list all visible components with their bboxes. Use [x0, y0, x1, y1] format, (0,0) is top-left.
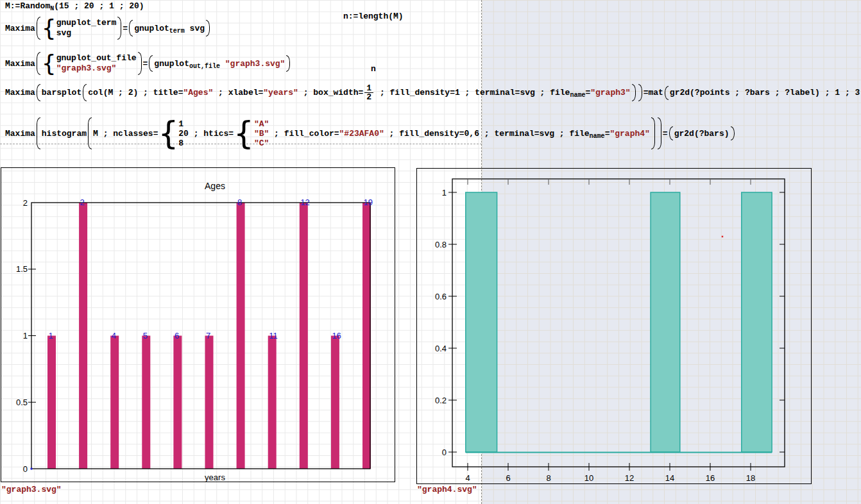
system-brace: { — [158, 117, 178, 149]
string-token: "graph3.svg" — [220, 59, 285, 69]
svg-text:0.5: 0.5 — [16, 398, 28, 407]
svg-text:6: 6 — [506, 473, 510, 483]
system-row-string: "B" — [254, 129, 269, 139]
histogram-chart[interactable]: 468101214161800.20.40.60.81 — [416, 168, 812, 484]
function-name: histogram — [42, 129, 87, 139]
paren-right — [731, 126, 735, 140]
svg-text:2: 2 — [23, 198, 28, 208]
stray-point — [722, 236, 724, 238]
subscript: N — [50, 5, 54, 12]
paren-left — [149, 55, 153, 72]
paren-left — [129, 20, 133, 37]
maxima-keyword: Maxima — [5, 88, 35, 97]
subscript: name — [590, 133, 605, 140]
formula-gnuplot-out-file[interactable]: Maxima { gnuplot_out_file "graph3.svg" =… — [5, 52, 291, 75]
svg-text:0.4: 0.4 — [435, 344, 447, 353]
token: ; fill_color= — [269, 129, 339, 139]
svg-text:0: 0 — [442, 448, 447, 457]
svg-text:1: 1 — [23, 331, 28, 340]
system-row: 1 — [178, 119, 189, 129]
svg-text:12: 12 — [625, 473, 634, 483]
token: gnuplot — [134, 24, 169, 33]
bars — [466, 192, 772, 452]
token: col(M ; 2) ; title= — [88, 88, 183, 97]
system-brace: { — [42, 17, 56, 40]
string-token: "graph4" — [610, 129, 649, 139]
svg-text:6: 6 — [175, 331, 179, 340]
paren-left — [669, 126, 673, 140]
paren-left — [665, 86, 669, 100]
system-rows: 1 20 8 — [178, 119, 189, 148]
token: ; box_width= — [298, 88, 363, 97]
paren-right — [658, 117, 661, 149]
svg-text:7: 7 — [206, 331, 210, 340]
bar-value-labels: 124567811121619 — [49, 197, 373, 340]
svg-text:1: 1 — [442, 188, 447, 197]
svg-text:16: 16 — [706, 473, 715, 483]
string-token: "graph3" — [590, 88, 630, 97]
barsplot-chart[interactable]: 00.511.52124567811121619Agesyears — [1, 167, 395, 482]
string-token: "Ages" — [183, 88, 213, 97]
formula-n-def[interactable]: n:=length(M) — [343, 12, 404, 21]
equals-op: = — [123, 24, 128, 33]
subscript: name — [570, 92, 585, 99]
token: n — [371, 64, 376, 74]
svg-text:18: 18 — [746, 473, 755, 483]
svg-text:16: 16 — [332, 331, 341, 340]
svg-text:0.8: 0.8 — [435, 240, 447, 249]
subscript: out,file — [189, 63, 220, 70]
fraction: 1 2 — [364, 84, 373, 101]
system-row: 20 — [178, 129, 189, 139]
token: svg — [185, 24, 205, 33]
svg-text:0.6: 0.6 — [435, 292, 447, 301]
paren-left — [37, 84, 40, 101]
svg-text:0: 0 — [23, 464, 28, 474]
system-row-string: "A" — [254, 119, 269, 129]
paren-left — [83, 84, 87, 101]
token: ; xlabel= — [213, 88, 263, 97]
token: ; fill_density=0,6 ; terminal=svg ; file — [384, 129, 590, 139]
svg-text:8: 8 — [237, 197, 242, 207]
result-token: gr2d(?points ; ?bars ; ?label) ; 1 ; 3 — [670, 88, 860, 97]
system-row: svg — [56, 28, 117, 38]
string-token: "#23AFA0" — [339, 129, 384, 139]
paren-right — [117, 17, 121, 40]
system-row: gnuplot_term — [56, 18, 117, 28]
svg-text:4: 4 — [465, 473, 470, 483]
origin-point — [30, 467, 32, 469]
system-brace: { — [42, 52, 56, 75]
formula-barsplot[interactable]: Maxima barsplot col(M ; 2) ; title= "Age… — [5, 84, 861, 101]
svg-text:10: 10 — [584, 473, 593, 483]
formula-histogram[interactable]: Maxima histogram M ; nclasses= { 1 20 8 … — [5, 117, 736, 149]
plot-result-string: "graph4.svg" — [417, 485, 477, 494]
svg-text:19: 19 — [364, 197, 373, 207]
token: ; fill_density=1 ; terminal=svg ; file — [375, 88, 570, 97]
token: gnuplot — [154, 59, 189, 69]
result-token: =mat — [644, 88, 663, 97]
formula-random-def[interactable]: M:=Random N (15 ; 20 ; 1 ; 20) — [5, 1, 144, 11]
token: = — [585, 88, 590, 97]
chart-title: Ages — [205, 181, 225, 191]
system-rows: gnuplot_out_file "graph3.svg" — [56, 53, 137, 74]
svg-text:8: 8 — [546, 473, 550, 483]
formula-gnuplot-term[interactable]: Maxima { gnuplot_term svg = gnuplot term… — [5, 17, 211, 40]
fraction-numerator: 1 — [364, 84, 373, 92]
string-token: "years" — [263, 88, 298, 97]
system-row: gnuplot_out_file — [56, 53, 137, 63]
subscript: term — [169, 28, 185, 35]
svg-text:14: 14 — [665, 473, 674, 483]
svg-text:11: 11 — [269, 331, 278, 340]
maxima-keyword: Maxima — [5, 24, 35, 33]
function-name: barsplot — [42, 88, 81, 97]
token: = — [605, 129, 610, 139]
y-axis-ticks: 00.511.52 — [16, 198, 36, 474]
paren-right — [138, 52, 142, 75]
formula-n-eval[interactable]: n — [371, 64, 376, 74]
paren-left — [37, 117, 40, 149]
paren-right — [286, 55, 290, 72]
plot-box — [452, 179, 785, 467]
system-row: 8 — [178, 139, 189, 148]
paren-right — [651, 117, 655, 149]
system-brace: { — [234, 117, 254, 149]
fraction-denominator: 2 — [364, 92, 373, 101]
